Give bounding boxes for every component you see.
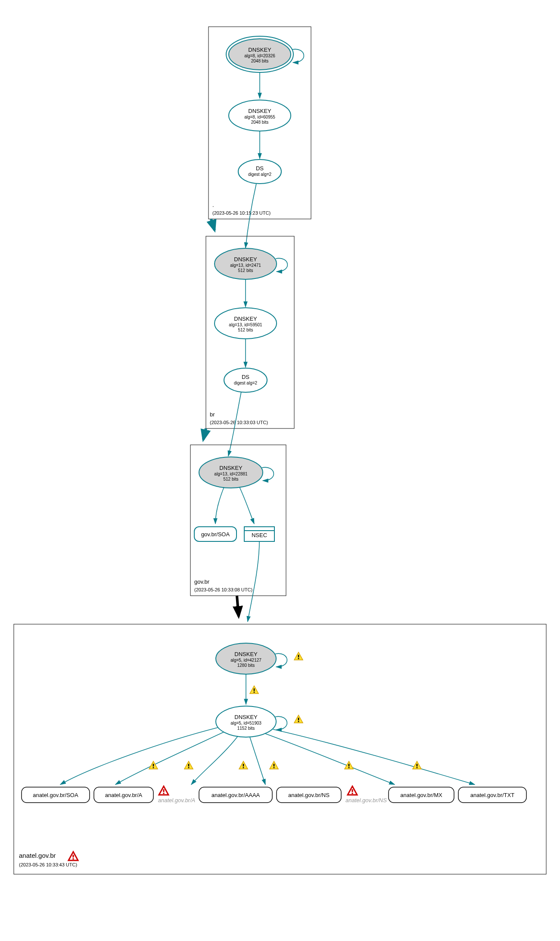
svg-text:DNSKEY: DNSKEY [234, 256, 257, 263]
edge-zone-govbr-anatel-black [237, 596, 239, 616]
svg-text:DNSKEY: DNSKEY [248, 108, 271, 114]
svg-rect-39 [14, 624, 546, 874]
edge-govbr-ksk-soa [215, 487, 224, 524]
self-sign-arc [276, 258, 287, 272]
node-govbr-ksk: DNSKEY alg=13, id=22881 512 bits [199, 457, 274, 488]
edge-zone-br-govbr [203, 428, 206, 440]
svg-text:1152 bits: 1152 bits [237, 726, 255, 731]
svg-text:2048 bits: 2048 bits [251, 120, 269, 125]
svg-text:512 bits: 512 bits [238, 268, 253, 273]
svg-text:anatel.gov.br/A: anatel.gov.br/A [158, 797, 195, 803]
svg-text:alg=8, id=20326: alg=8, id=20326 [244, 53, 275, 58]
rrset-ns-ghost: anatel.gov.br/NS [345, 786, 387, 803]
svg-text:512 bits: 512 bits [238, 328, 253, 332]
zone-root-label: . [212, 202, 214, 208]
svg-text:DNSKEY: DNSKEY [234, 316, 257, 322]
warning-icon [270, 761, 278, 769]
self-sign-arc [275, 653, 287, 667]
svg-text:anatel.gov.br/AAAA: anatel.gov.br/AAAA [212, 792, 260, 798]
svg-text:gov.br/SOA: gov.br/SOA [201, 531, 230, 538]
edge-govbr-ksk-nsec [240, 487, 254, 524]
zone-anatel: anatel.gov.br (2023-05-26 10:33:43 UTC) … [14, 624, 546, 874]
self-sign-arc [292, 49, 304, 63]
svg-text:DNSKEY: DNSKEY [234, 651, 258, 657]
svg-text:DNSKEY: DNSKEY [248, 47, 271, 53]
warning-icon [149, 761, 158, 769]
edge-anatel-aaaa [191, 736, 238, 785]
edge-anatel-a [115, 732, 224, 785]
svg-point-26 [224, 368, 267, 392]
dnssec-graph: . (2023-05-26 10:15:23 UTC) DNSKEY alg=8… [0, 0, 560, 941]
node-anatel-zsk: DNSKEY alg=5, id=51903 1152 bits [216, 706, 303, 737]
node-govbr-soa: gov.br/SOA [194, 527, 236, 541]
warning-icon [250, 686, 258, 694]
warning-icon [239, 761, 248, 769]
rrset-mx: anatel.gov.br/MX [389, 787, 454, 803]
svg-text:512 bits: 512 bits [223, 477, 238, 481]
error-icon [68, 852, 78, 860]
zone-anatel-label: anatel.gov.br [19, 852, 56, 859]
svg-text:DS: DS [242, 374, 249, 380]
svg-text:anatel.gov.br/NS: anatel.gov.br/NS [345, 797, 387, 803]
svg-text:DNSKEY: DNSKEY [219, 465, 243, 471]
edge-govbr-nsec-anatel [248, 541, 259, 622]
zone-govbr: gov.br (2023-05-26 10:33:08 UTC) DNSKEY … [190, 445, 286, 596]
node-root-ds: DS digest alg=2 [238, 159, 281, 184]
warning-icon [294, 652, 303, 660]
svg-text:anatel.gov.br/NS: anatel.gov.br/NS [288, 792, 330, 798]
svg-text:DS: DS [256, 165, 264, 172]
svg-text:alg=5, id=42127: alg=5, id=42127 [230, 658, 261, 663]
node-root-ksk: DNSKEY alg=8, id=20326 2048 bits [226, 36, 304, 72]
warning-icon [184, 761, 193, 769]
edge-anatel-ns [250, 737, 265, 785]
node-br-zsk: DNSKEY alg=13, id=59501 512 bits [215, 308, 277, 339]
edge-root-ds-br-ksk [246, 184, 256, 248]
node-br-ksk: DNSKEY alg=13, id=2471 512 bits [215, 248, 287, 279]
svg-text:digest alg=2: digest alg=2 [234, 381, 258, 385]
zone-anatel-timestamp: (2023-05-26 10:33:43 UTC) [19, 862, 77, 867]
rrset-ns: anatel.gov.br/NS [277, 787, 341, 803]
svg-text:anatel.gov.br/SOA: anatel.gov.br/SOA [33, 792, 78, 798]
svg-point-14 [238, 159, 281, 184]
svg-text:1280 bits: 1280 bits [237, 663, 255, 668]
svg-text:anatel.gov.br/TXT: anatel.gov.br/TXT [470, 792, 514, 798]
error-icon [159, 786, 168, 795]
edge-anatel-mx [265, 734, 395, 785]
node-govbr-nsec: NSEC [244, 527, 274, 541]
svg-text:alg=13, id=2471: alg=13, id=2471 [230, 263, 261, 268]
svg-text:anatel.gov.br/A: anatel.gov.br/A [105, 792, 143, 798]
self-sign-arc [275, 716, 287, 730]
rrset-a-ghost: anatel.gov.br/A [158, 786, 195, 803]
node-root-zsk: DNSKEY alg=8, id=60955 2048 bits [229, 100, 291, 131]
zone-br-timestamp: (2023-05-26 10:33:03 UTC) [210, 420, 268, 425]
warning-icon [413, 761, 421, 769]
rrset-aaaa: anatel.gov.br/AAAA [199, 787, 272, 803]
zone-root: . (2023-05-26 10:15:23 UTC) DNSKEY alg=8… [208, 27, 311, 219]
zone-br: br (2023-05-26 10:33:03 UTC) DNSKEY alg=… [206, 236, 294, 428]
edge-zone-root-br [211, 219, 215, 230]
node-br-ds: DS digest alg=2 [224, 368, 267, 392]
self-sign-arc [262, 467, 274, 481]
svg-text:alg=13, id=22881: alg=13, id=22881 [214, 472, 248, 476]
zone-root-timestamp: (2023-05-26 10:15:23 UTC) [212, 210, 271, 216]
svg-text:alg=5, id=51903: alg=5, id=51903 [230, 721, 261, 725]
error-icon [348, 786, 357, 795]
node-anatel-ksk: DNSKEY alg=5, id=42127 1280 bits [216, 643, 303, 674]
rrset-txt: anatel.gov.br/TXT [458, 787, 526, 803]
rrset-a: anatel.gov.br/A [94, 787, 153, 803]
zone-govbr-timestamp: (2023-05-26 10:33:08 UTC) [194, 587, 252, 592]
svg-text:DNSKEY: DNSKEY [234, 714, 258, 720]
svg-text:digest alg=2: digest alg=2 [248, 172, 272, 177]
svg-text:alg=13, id=59501: alg=13, id=59501 [229, 322, 262, 327]
svg-text:NSEC: NSEC [252, 532, 267, 538]
warning-icon [294, 715, 303, 723]
svg-text:anatel.gov.br/MX: anatel.gov.br/MX [400, 792, 442, 798]
svg-text:alg=8, id=60955: alg=8, id=60955 [244, 115, 275, 119]
zone-br-label: br [210, 411, 215, 418]
edge-anatel-soa [60, 728, 218, 785]
svg-text:2048 bits: 2048 bits [251, 59, 269, 63]
rrset-soa: anatel.gov.br/SOA [22, 787, 90, 803]
zone-govbr-label: gov.br [194, 578, 210, 585]
